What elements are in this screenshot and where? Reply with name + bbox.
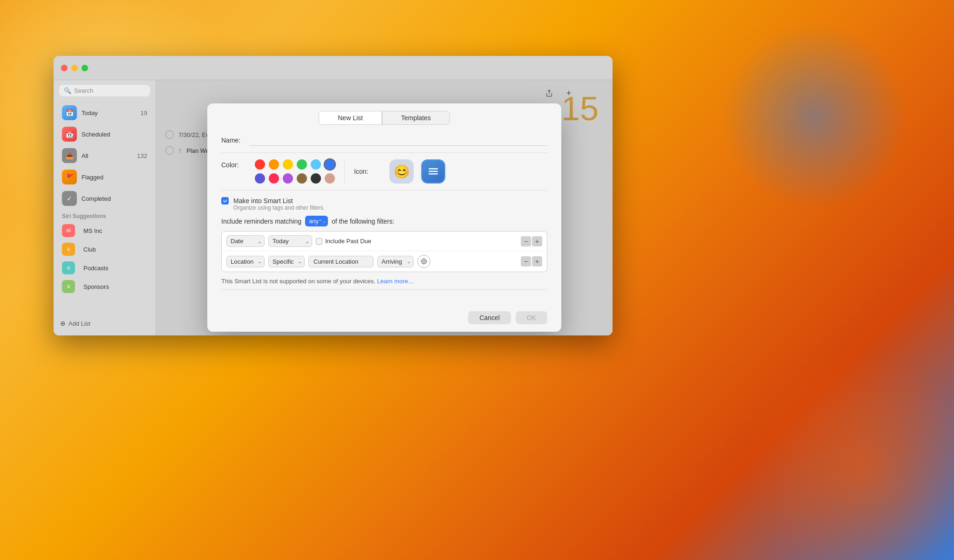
sidebar-list-podcasts[interactable]: ≡ Podcasts bbox=[56, 259, 153, 277]
location-type-wrapper: Location Date Tag bbox=[226, 256, 265, 267]
smart-list-checkbox[interactable] bbox=[221, 197, 229, 205]
color-green[interactable] bbox=[297, 159, 307, 170]
close-button[interactable] bbox=[61, 65, 68, 71]
club-icon: ≡ bbox=[62, 243, 75, 256]
color-row-1 bbox=[255, 159, 335, 170]
tab-new-list[interactable]: New List bbox=[319, 111, 382, 125]
color-rose[interactable] bbox=[325, 173, 335, 184]
color-red[interactable] bbox=[255, 159, 265, 170]
location-target-button[interactable] bbox=[417, 255, 430, 268]
add-list-label: Add List bbox=[68, 320, 90, 327]
color-dark[interactable] bbox=[311, 173, 321, 184]
color-brown[interactable] bbox=[297, 173, 307, 184]
location-type-select[interactable]: Location Date Tag bbox=[226, 256, 265, 267]
form-divider-1 bbox=[221, 152, 547, 153]
sponsors-label: Sponsors bbox=[83, 283, 147, 290]
sidebar-list-club[interactable]: ≡ Club bbox=[56, 240, 153, 258]
color-row-2 bbox=[255, 173, 335, 184]
emoji-icon-choice[interactable]: 😊 bbox=[389, 159, 414, 184]
sidebar-item-flagged[interactable]: 🚩 Flagged bbox=[56, 167, 153, 187]
date-filter-add-btn[interactable]: + bbox=[532, 236, 542, 246]
location-name-text: Current Location bbox=[313, 258, 358, 265]
checkmark-icon bbox=[223, 198, 227, 203]
location-filter-controls: − + bbox=[521, 256, 542, 266]
dialog-footer: Cancel OK bbox=[207, 306, 561, 332]
color-indigo[interactable] bbox=[255, 173, 265, 184]
sidebar-list-ms-inc[interactable]: ✉ MS Inc bbox=[56, 222, 153, 239]
sidebar-item-label-all: All bbox=[82, 152, 137, 159]
cancel-button[interactable]: Cancel bbox=[468, 311, 511, 324]
add-list-icon: ⊕ bbox=[60, 320, 66, 327]
color-orange[interactable] bbox=[269, 159, 279, 170]
club-label: Club bbox=[83, 246, 147, 253]
search-bar[interactable]: 🔍 Search bbox=[59, 85, 150, 96]
target-icon bbox=[420, 258, 428, 265]
smart-list-row: Make into Smart List Organize using tags… bbox=[221, 197, 547, 211]
name-input[interactable] bbox=[249, 134, 547, 146]
search-icon: 🔍 bbox=[64, 87, 71, 94]
date-type-select[interactable]: Date Location Tag bbox=[226, 235, 265, 247]
list-icon-choice[interactable] bbox=[421, 159, 445, 184]
include-past-due-checkbox[interactable] bbox=[316, 238, 322, 245]
color-light-blue[interactable] bbox=[311, 159, 321, 170]
arriving-select[interactable]: Arriving Leaving bbox=[377, 256, 414, 267]
color-blue[interactable] bbox=[325, 159, 335, 170]
sidebar-item-today[interactable]: 📅 Today 19 bbox=[56, 102, 153, 123]
svg-rect-2 bbox=[429, 173, 438, 175]
smart-list-label: Make into Smart List bbox=[233, 197, 293, 205]
color-icon-row: Color: bbox=[221, 159, 547, 184]
filter-row-location: Location Date Tag Specific Any bbox=[222, 251, 547, 272]
minimize-button[interactable] bbox=[71, 65, 78, 71]
location-name-input[interactable]: Current Location bbox=[308, 256, 374, 267]
emoji-icon-glyph: 😊 bbox=[394, 164, 410, 179]
warning-text-row: This Smart List is not supported on some… bbox=[221, 278, 547, 285]
sidebar-item-all[interactable]: 📥 All 132 bbox=[56, 145, 153, 166]
color-purple[interactable] bbox=[283, 173, 293, 184]
sidebar: 🔍 Search 📅 Today 19 📆 Scheduled 📥 bbox=[54, 80, 156, 335]
warning-text: This Smart List is not supported on some… bbox=[221, 278, 375, 285]
filter-rows-container: Date Location Tag Today Tomorrow bbox=[221, 231, 547, 272]
name-label: Name: bbox=[221, 137, 249, 144]
ok-button[interactable]: OK bbox=[516, 311, 547, 324]
dialog-overlay: New List Templates Name: bbox=[156, 80, 613, 335]
ms-inc-icon: ✉ bbox=[62, 224, 75, 237]
svg-rect-1 bbox=[429, 171, 438, 172]
sidebar-list-sponsors[interactable]: ≡ Sponsors bbox=[56, 278, 153, 295]
location-value-wrapper: Specific Any bbox=[268, 256, 305, 267]
date-filter-remove-btn[interactable]: − bbox=[521, 236, 531, 246]
color-label: Color: bbox=[221, 161, 249, 169]
any-dropdown-wrapper: any all bbox=[305, 216, 328, 226]
maximize-button[interactable] bbox=[82, 65, 88, 71]
sidebar-item-label-completed: Completed bbox=[82, 195, 147, 202]
include-past-due-row: Include Past Due bbox=[316, 238, 371, 245]
main-content: + 15 7/30/22, Every month that has 30 da… bbox=[156, 80, 613, 335]
date-value-select[interactable]: Today Tomorrow This Week bbox=[268, 235, 312, 247]
tab-templates[interactable]: Templates bbox=[382, 111, 450, 125]
color-yellow[interactable] bbox=[283, 159, 293, 170]
sidebar-item-label-scheduled: Scheduled bbox=[82, 131, 147, 138]
name-row: Name: bbox=[221, 134, 547, 146]
main-window: 🔍 Search 📅 Today 19 📆 Scheduled 📥 bbox=[54, 56, 613, 335]
icon-label: Icon: bbox=[354, 168, 382, 175]
sidebar-item-label-flagged: Flagged bbox=[82, 174, 147, 181]
any-select[interactable]: any all bbox=[305, 216, 328, 226]
icon-section: Icon: 😊 bbox=[354, 159, 445, 184]
titlebar bbox=[54, 56, 613, 80]
location-value-select[interactable]: Specific Any bbox=[268, 256, 305, 267]
filter-suffix-text: of the following filters: bbox=[332, 218, 395, 225]
sidebar-item-scheduled[interactable]: 📆 Scheduled bbox=[56, 124, 153, 144]
color-pink[interactable] bbox=[269, 173, 279, 184]
location-filter-remove-btn[interactable]: − bbox=[521, 256, 531, 266]
dialog-tab-bar: New List Templates bbox=[207, 103, 561, 125]
siri-suggestions-title: Siri Suggestions bbox=[54, 209, 156, 221]
flagged-icon: 🚩 bbox=[62, 170, 77, 184]
learn-more-link[interactable]: Learn more… bbox=[377, 278, 414, 285]
include-past-due-label: Include Past Due bbox=[325, 238, 371, 245]
date-type-wrapper: Date Location Tag bbox=[226, 235, 265, 247]
location-filter-add-btn[interactable]: + bbox=[532, 256, 542, 266]
add-list-button[interactable]: ⊕ Add List bbox=[54, 316, 156, 331]
sidebar-item-completed[interactable]: ✓ Completed bbox=[56, 188, 153, 209]
ms-inc-label: MS Inc bbox=[83, 227, 147, 234]
form-divider-footer bbox=[221, 289, 547, 290]
svg-rect-0 bbox=[429, 168, 438, 170]
